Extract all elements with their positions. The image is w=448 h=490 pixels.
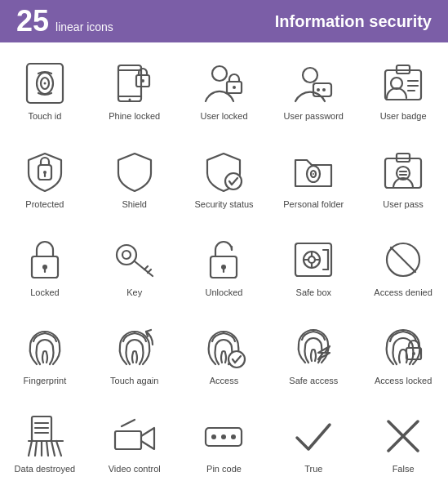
icon-grid: Touch id Phine locked User locked: [0, 42, 448, 490]
label-pin-code: Pin code: [206, 464, 242, 474]
svg-line-41: [135, 261, 153, 276]
icon-cell-locked: Locked: [0, 222, 90, 310]
label-access-locked: Access locked: [375, 376, 432, 386]
svg-point-3: [43, 82, 46, 85]
icon-cell-safe-box: Safe box: [268, 222, 358, 310]
icon-cell-unlocked: Unlocked: [180, 222, 269, 310]
label-safe-box: Safe box: [296, 287, 331, 298]
header: 25 linear icons Information security: [0, 0, 448, 42]
icon-count: 25: [16, 7, 49, 36]
svg-point-16: [322, 88, 326, 91]
icon-cell-security-status: Security status: [180, 134, 269, 222]
svg-rect-67: [115, 431, 141, 449]
svg-point-70: [211, 434, 216, 439]
svg-line-42: [144, 266, 148, 270]
svg-point-30: [313, 173, 314, 175]
header-title: Information security: [275, 12, 432, 31]
svg-point-12: [233, 86, 236, 89]
icon-cell-shield: Shield: [90, 134, 180, 222]
svg-point-27: [225, 173, 242, 189]
icon-cell-fingerprint: Fingerprint: [0, 310, 90, 399]
header-left: 25 linear icons: [16, 7, 113, 36]
icon-cell-false: False: [358, 399, 448, 487]
icon-cell-access-denied: Access denied: [358, 222, 448, 310]
icon-cell-key: Key: [90, 222, 180, 310]
svg-point-59: [228, 351, 245, 368]
svg-rect-31: [385, 158, 421, 188]
label-key: Key: [126, 287, 142, 298]
svg-point-61: [412, 352, 415, 355]
icon-cell-true: True: [268, 399, 358, 487]
label-user-locked: User locked: [200, 111, 247, 122]
label-touch-id: Touch id: [28, 111, 61, 122]
label-touch-again: Touch again: [110, 376, 158, 386]
icon-cell-personal-folder: Personal folder: [268, 134, 358, 222]
icon-cell-access: Access: [180, 310, 269, 399]
icon-cell-user-badge: User badge: [358, 46, 448, 134]
icon-cell-touch-again: Touch again: [90, 310, 180, 399]
label-protected: Protected: [25, 199, 64, 210]
svg-point-10: [212, 66, 227, 81]
svg-point-9: [141, 79, 144, 82]
icon-cell-pin-code: Pin code: [180, 399, 269, 487]
icon-cell-user-pass: User pass: [358, 134, 448, 222]
label-user-badge: User badge: [380, 111, 427, 122]
svg-line-43: [148, 270, 151, 273]
label-security-status: Security status: [194, 199, 253, 210]
label-locked: Locked: [30, 287, 59, 298]
label-phone-locked: Phine locked: [109, 111, 160, 122]
icon-cell-video-control: Video control: [90, 399, 180, 487]
svg-point-49: [308, 256, 315, 263]
svg-point-13: [303, 68, 317, 82]
icon-cell-access-locked: Access locked: [358, 310, 448, 399]
label-unlocked: Unlocked: [206, 287, 243, 298]
svg-rect-47: [295, 243, 331, 276]
icon-cell-phone-locked: Phine locked: [90, 46, 180, 134]
label-user-pass: User pass: [383, 199, 424, 210]
label-safe-access: Safe access: [289, 376, 338, 386]
icon-cell-protected: Protected: [0, 134, 90, 222]
svg-point-7: [128, 99, 131, 101]
label-video-control: Video control: [109, 464, 161, 474]
svg-point-72: [231, 434, 236, 439]
label-true: True: [304, 464, 322, 474]
svg-point-71: [221, 434, 226, 439]
icon-cell-user-locked: User locked: [180, 46, 269, 134]
icon-cell-touch-id: Touch id: [0, 46, 90, 134]
svg-line-58: [391, 247, 415, 272]
label-fingerprint: Fingerprint: [24, 376, 67, 386]
svg-point-15: [317, 88, 320, 91]
icon-cell-data-destroyed: Data destroyed: [0, 399, 90, 487]
label-false: False: [393, 464, 415, 474]
icon-cell-safe-access: Safe access: [268, 310, 358, 399]
label-access: Access: [210, 376, 238, 386]
label-shield: Shield: [122, 199, 147, 210]
icon-cell-user-password: User password: [268, 46, 358, 134]
svg-point-40: [122, 251, 131, 259]
label-personal-folder: Personal folder: [283, 199, 344, 210]
label-data-destroyed: Data destroyed: [15, 464, 76, 474]
svg-point-39: [117, 245, 136, 265]
label-user-password: User password: [284, 111, 344, 122]
header-subtitle: linear icons: [55, 20, 113, 33]
label-access-denied: Access denied: [374, 287, 432, 298]
svg-line-68: [122, 420, 135, 426]
